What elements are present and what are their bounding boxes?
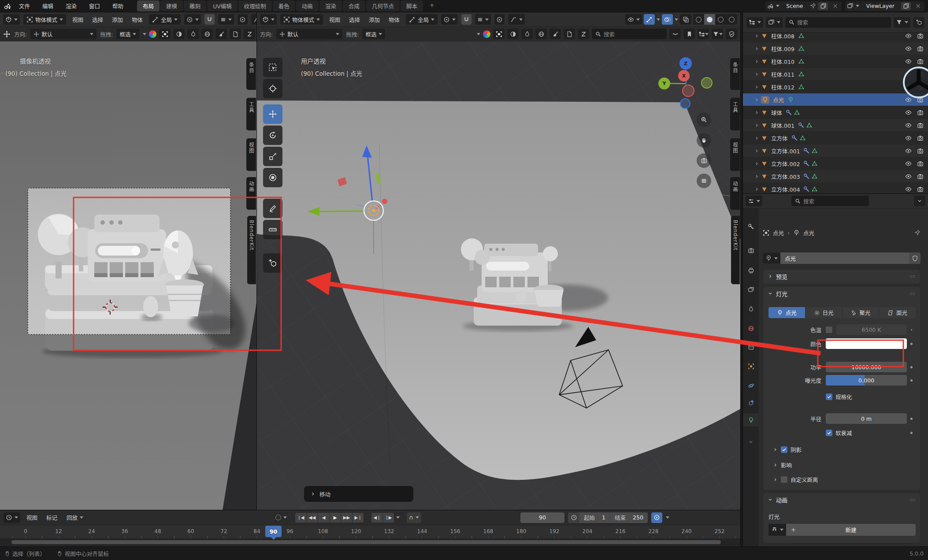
properties-tab-object[interactable]: [743, 360, 759, 373]
outliner-row-球体.001[interactable]: 球体.001: [743, 119, 928, 131]
end-frame-field[interactable]: 结束250: [610, 513, 648, 522]
workspace-tab-合成[interactable]: 合成: [343, 0, 365, 11]
workspace-tab-着色[interactable]: 着色: [273, 0, 295, 11]
hide-viewport-toggle[interactable]: [905, 96, 912, 103]
object-name[interactable]: 柱体.011: [771, 70, 794, 78]
cursor-tool-button[interactable]: [263, 79, 282, 98]
properties-options-button[interactable]: [914, 196, 925, 206]
viewport-menu-添加[interactable]: 添加: [366, 15, 382, 24]
object-name[interactable]: 柱体.012: [771, 83, 794, 91]
zoom-button[interactable]: [697, 112, 711, 127]
properties-editor-type[interactable]: [746, 196, 762, 206]
scene-copy-button[interactable]: [818, 2, 828, 10]
disable-render-toggle[interactable]: [917, 96, 924, 103]
properties-tab-tool[interactable]: [743, 220, 759, 233]
transform-orientation[interactable]: 全局: [149, 14, 181, 25]
expand-icon[interactable]: [754, 110, 759, 115]
shading-wireframe-button[interactable]: [693, 14, 704, 25]
pivot-point-selector[interactable]: [441, 14, 458, 25]
mode-selector[interactable]: 物体模式: [280, 14, 323, 25]
object-name[interactable]: 立方体.003: [771, 172, 800, 181]
properties-search-input[interactable]: 搜索: [791, 196, 869, 206]
preview-panel-title[interactable]: 预览: [776, 272, 787, 281]
expand-icon[interactable]: [754, 174, 759, 179]
timeline-ruler[interactable]: 0122436486072849610812013214415616818019…: [0, 525, 740, 538]
expand-icon[interactable]: [754, 123, 759, 128]
outliner-filter-mode[interactable]: [766, 17, 783, 28]
add-cube-tool-button[interactable]: [263, 253, 282, 273]
transform-tool-button[interactable]: [263, 168, 282, 187]
blenderkit-search-input[interactable]: 搜索: [592, 29, 667, 39]
asset-preview-ball-icon[interactable]: [149, 30, 156, 38]
expand-icon[interactable]: [754, 187, 759, 192]
show-gizmos-toggle[interactable]: [644, 14, 655, 25]
sidebar-tab-BlenderKit[interactable]: BlenderKit: [247, 216, 256, 284]
viewlayer-selector[interactable]: ViewLayer: [845, 1, 924, 11]
expand-icon[interactable]: [754, 59, 759, 64]
hide-viewport-toggle[interactable]: [905, 84, 912, 90]
disable-render-toggle[interactable]: [917, 45, 924, 52]
outliner-display-mode[interactable]: [746, 17, 763, 28]
timeline-scrollbar[interactable]: [11, 540, 721, 544]
disable-render-toggle[interactable]: [917, 173, 924, 180]
object-name[interactable]: 柱体.009: [771, 45, 794, 53]
light-type-spot[interactable]: 聚光: [843, 307, 880, 318]
menu-渲染[interactable]: 渲染: [60, 0, 82, 11]
properties-tab-collection[interactable]: [743, 340, 759, 353]
disable-render-toggle[interactable]: [917, 84, 924, 90]
light-datablock-selector[interactable]: [763, 253, 780, 263]
outliner-row-立方体.003[interactable]: 立方体.003: [743, 170, 928, 182]
datablock-name-field[interactable]: 点光: [780, 252, 909, 264]
jump-to-start-button[interactable]: ❘◀: [295, 513, 306, 523]
outliner-search-input[interactable]: 搜索: [785, 17, 891, 28]
object-name[interactable]: 柱体.008: [771, 32, 794, 40]
sidebar-tab-动画[interactable]: 动画: [246, 177, 256, 210]
exposure-slider[interactable]: 0.000: [826, 375, 907, 386]
blenderkit-hdrs-filter[interactable]: [535, 29, 547, 39]
blenderkit-addons-filter[interactable]: [230, 29, 241, 39]
auto-key-button[interactable]: [273, 512, 289, 523]
viewport-menu-添加[interactable]: 添加: [109, 15, 126, 24]
expand-icon[interactable]: [754, 97, 759, 102]
blenderkit-addons-filter[interactable]: [564, 29, 575, 39]
show-overlays-toggle[interactable]: [662, 14, 673, 25]
properties-tab-world[interactable]: [743, 322, 759, 335]
custom-distance-subpanel[interactable]: 自定义距离: [773, 475, 818, 484]
workspace-tab-布局[interactable]: 布局: [137, 0, 160, 11]
workspace-tab-渲染[interactable]: 渲染: [319, 0, 342, 11]
animate-dot[interactable]: [907, 366, 916, 368]
expand-icon[interactable]: [754, 148, 759, 153]
outliner-row-柱体.009[interactable]: 柱体.009: [743, 42, 928, 55]
timeline-menu-marker[interactable]: 标记: [44, 513, 60, 522]
light-type-sun[interactable]: 日光: [806, 307, 843, 318]
outliner-filter-button[interactable]: [894, 17, 910, 28]
viewport-menu-物体[interactable]: 物体: [129, 15, 145, 24]
breadcrumb-object[interactable]: 点光: [773, 229, 784, 237]
playhead[interactable]: 90: [265, 526, 282, 537]
blenderkit-hdrs-filter[interactable]: [201, 29, 213, 39]
sidebar-tab-BlenderKit[interactable]: BlenderKit: [731, 216, 740, 284]
workspace-tab-纹理绘制[interactable]: 纹理绘制: [238, 0, 272, 11]
properties-tab-view-layer[interactable]: [743, 283, 759, 296]
light-panel-title[interactable]: 灯光: [776, 289, 787, 298]
properties-tab-constraints[interactable]: [743, 396, 759, 409]
sidebar-tab-工具[interactable]: 工具: [246, 98, 256, 130]
disable-render-toggle[interactable]: [917, 160, 924, 167]
current-frame-field[interactable]: 90: [520, 512, 564, 523]
scene-unlink-button[interactable]: [830, 2, 840, 10]
outliner-row-立方体[interactable]: 立方体: [743, 132, 928, 144]
properties-tab-output[interactable]: [743, 263, 759, 277]
drag-mode-dropdown[interactable]: 框选: [362, 29, 385, 39]
sidebar-tab-工具[interactable]: 工具: [730, 98, 740, 130]
proportional-falloff[interactable]: [251, 14, 256, 25]
preview-panel[interactable]: 预览: [763, 269, 921, 284]
outliner-row-柱体.012[interactable]: 柱体.012: [743, 81, 928, 93]
hide-viewport-toggle[interactable]: [905, 58, 912, 65]
new-action-button[interactable]: 新建: [786, 524, 916, 536]
blenderkit-ratings-button[interactable]: [669, 29, 681, 39]
expand-icon[interactable]: [754, 85, 759, 89]
object-name[interactable]: 立方体.002: [771, 159, 800, 168]
blenderkit-brushes-filter[interactable]: [549, 29, 561, 39]
sidebar-tab-条目[interactable]: 条目: [730, 58, 740, 90]
hide-viewport-toggle[interactable]: [905, 186, 912, 193]
